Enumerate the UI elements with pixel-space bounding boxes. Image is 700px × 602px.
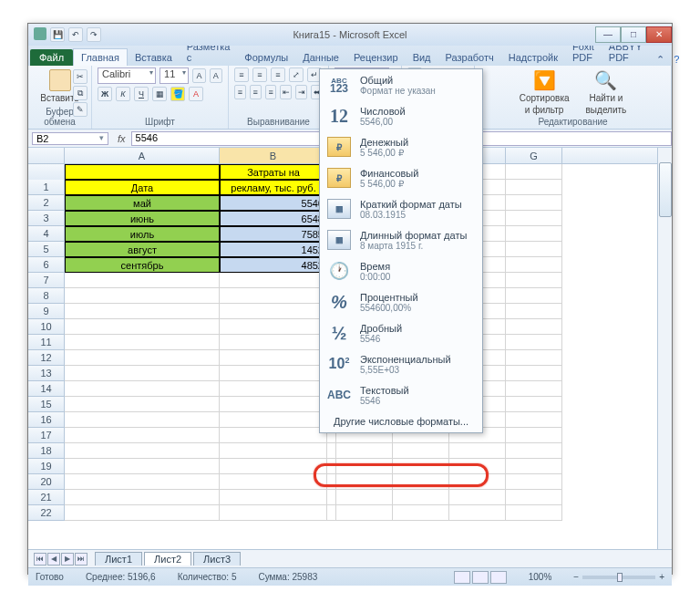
cell[interactable]: 5546 [220, 195, 327, 211]
cell[interactable]: 1452 [220, 242, 327, 257]
row-header[interactable]: 5 [28, 242, 65, 257]
row-header[interactable]: 19 [28, 459, 65, 474]
cell[interactable]: июль [65, 226, 220, 242]
format-painter-icon[interactable]: ✎ [73, 102, 88, 117]
tab-data[interactable]: Данные [295, 49, 346, 66]
cell[interactable]: Затраты на [220, 164, 327, 180]
tab-insert[interactable]: Вставка [128, 49, 180, 66]
row-header[interactable]: 4 [28, 226, 65, 242]
minimize-button[interactable]: — [595, 26, 621, 43]
row-header[interactable]: 3 [28, 211, 65, 226]
row-header[interactable]: 20 [28, 474, 65, 490]
copy-icon[interactable]: ⧉ [73, 86, 88, 100]
view-layout-icon[interactable] [472, 571, 489, 584]
help-icon[interactable]: ? [674, 54, 679, 66]
align-right-icon[interactable]: ≡ [265, 85, 277, 99]
col-header-a[interactable]: A [65, 148, 220, 163]
cell[interactable]: июнь [65, 211, 220, 226]
zoom-slider[interactable]: − + [573, 572, 664, 582]
sheet-tab-3[interactable]: Лист3 [193, 552, 241, 566]
cell[interactable]: Дата [65, 180, 220, 195]
select-all-corner[interactable] [28, 148, 65, 163]
cell[interactable]: май [65, 195, 220, 211]
number-format-item[interactable]: ₽ Денежный5 546,00 ₽ [320, 131, 482, 162]
cell[interactable]: сентябрь [65, 257, 220, 273]
sort-filter-button[interactable]: 🔽 Сортировка и фильтр [516, 67, 573, 117]
align-mid-icon[interactable]: ≡ [252, 67, 267, 82]
number-format-item[interactable]: 102 Экспоненциальный5,55E+03 [320, 348, 482, 379]
bold-button[interactable]: Ж [98, 87, 112, 101]
sheet-tab-2[interactable]: Лист2 [144, 552, 191, 566]
tab-developer[interactable]: Разработч [438, 49, 501, 66]
row-header[interactable]: 12 [28, 350, 65, 366]
row-header[interactable]: 16 [28, 412, 65, 428]
row-header[interactable]: 17 [28, 428, 65, 443]
shrink-font-icon[interactable]: A [210, 68, 222, 83]
zoom-out-icon[interactable]: − [573, 572, 579, 582]
number-format-item[interactable]: ▦ Длинный формат даты8 марта 1915 г. [320, 224, 482, 255]
col-header-g[interactable]: G [506, 148, 562, 163]
tab-view[interactable]: Вид [406, 49, 438, 66]
font-size-select[interactable]: 11 [160, 67, 189, 84]
border-button[interactable]: ▦ [152, 87, 167, 101]
row-header[interactable] [28, 164, 65, 180]
row-header[interactable]: 21 [28, 490, 65, 505]
indent-dec-icon[interactable]: ⇤ [280, 85, 292, 99]
number-format-item[interactable]: 🕐 Время0:00:00 [320, 255, 482, 286]
col-header-b[interactable]: B [220, 148, 327, 163]
row-header[interactable]: 18 [28, 443, 65, 459]
ribbon-min-icon[interactable]: ⌃ [656, 54, 664, 66]
font-color-button[interactable]: A [189, 87, 203, 101]
orientation-icon[interactable]: ⤢ [289, 67, 304, 82]
row-header[interactable]: 6 [28, 257, 65, 273]
row-header[interactable]: 1 [28, 180, 65, 195]
number-format-item[interactable]: % Процентный554600,00% [320, 286, 482, 317]
more-number-formats[interactable]: Другие числовые форматы... [320, 410, 482, 432]
align-bot-icon[interactable]: ≡ [271, 67, 285, 82]
grow-font-icon[interactable]: A [192, 68, 205, 83]
row-header[interactable]: 8 [28, 288, 65, 304]
indent-inc-icon[interactable]: ⇥ [295, 85, 307, 99]
sheet-tab-1[interactable]: Лист1 [95, 552, 142, 566]
align-top-icon[interactable]: ≡ [234, 67, 249, 82]
vertical-scrollbar[interactable] [657, 148, 672, 549]
row-header[interactable]: 11 [28, 335, 65, 350]
row-header[interactable]: 10 [28, 319, 65, 335]
row-header[interactable]: 7 [28, 273, 65, 288]
number-format-item[interactable]: ABC123 ОбщийФормат не указан [320, 69, 482, 100]
save-icon[interactable]: 💾 [50, 27, 65, 42]
sheet-nav-prev-icon[interactable]: ◀ [47, 553, 60, 566]
number-format-item[interactable]: ½ Дробный5546 [320, 317, 482, 348]
sheet-nav-first-icon[interactable]: ⏮ [34, 553, 46, 566]
cell[interactable]: 6548 [220, 211, 327, 226]
number-format-item[interactable]: ▦ Краткий формат даты08.03.1915 [320, 193, 482, 224]
maximize-button[interactable]: □ [621, 26, 646, 43]
name-box[interactable]: B2 [32, 132, 108, 145]
row-header[interactable]: 9 [28, 304, 65, 319]
number-format-item[interactable]: ABC Текстовый5546 [320, 379, 482, 410]
cell[interactable]: 7585 [220, 226, 327, 242]
sheet-nav-next-icon[interactable]: ▶ [61, 553, 74, 566]
cell[interactable] [65, 164, 220, 180]
zoom-in-icon[interactable]: + [659, 572, 664, 582]
close-button[interactable]: ✕ [646, 26, 672, 43]
row-header[interactable]: 14 [28, 381, 65, 397]
zoom-level[interactable]: 100% [529, 572, 552, 582]
cell[interactable]: август [65, 242, 220, 257]
cell[interactable]: 4852 [220, 257, 327, 273]
sheet-nav-last-icon[interactable]: ⏭ [75, 553, 88, 566]
fill-color-button[interactable]: 🪣 [170, 87, 185, 101]
underline-button[interactable]: Ч [134, 87, 149, 101]
view-break-icon[interactable] [490, 571, 507, 584]
tab-home[interactable]: Главная [73, 48, 128, 66]
find-select-button[interactable]: 🔍 Найти и выделить [582, 67, 631, 117]
align-center-icon[interactable]: ≡ [250, 85, 262, 99]
align-left-icon[interactable]: ≡ [234, 85, 246, 99]
row-header[interactable]: 15 [28, 397, 65, 412]
cut-icon[interactable]: ✂ [73, 69, 88, 84]
redo-icon[interactable]: ↷ [87, 27, 101, 42]
tab-review[interactable]: Рецензир [346, 49, 406, 66]
tab-file[interactable]: Файл [30, 49, 73, 66]
fx-icon[interactable]: fx [112, 133, 131, 144]
view-normal-icon[interactable] [454, 571, 470, 584]
